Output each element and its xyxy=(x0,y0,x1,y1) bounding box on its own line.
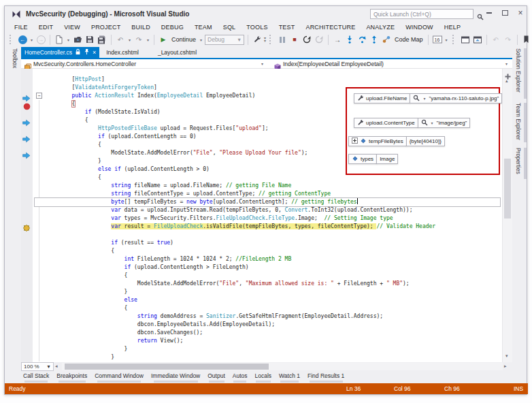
continue-icon[interactable]: ▶ xyxy=(158,34,169,45)
menu-item-edit[interactable]: EDIT xyxy=(33,24,59,31)
panel-tab-command-window[interactable]: Command Window xyxy=(95,372,144,383)
title-bar[interactable]: MvcSecurity (Debugging) - Microsoft Visu… xyxy=(5,6,527,22)
datatip[interactable]: upload.ContentType▾"image/jpeg" xyxy=(354,118,470,128)
expander-icon[interactable] xyxy=(352,138,358,145)
save-icon[interactable] xyxy=(84,34,95,45)
breakpoints-window-icon[interactable] xyxy=(460,34,471,45)
tab-homecontroller.cs[interactable]: HomeController.cs× xyxy=(21,47,99,58)
code-line[interactable]: { xyxy=(35,304,500,312)
close-button[interactable]: × xyxy=(515,7,526,18)
code-map-icon[interactable] xyxy=(381,34,392,45)
menu-item-analyze[interactable]: ANALYZE xyxy=(361,24,400,31)
zoom-level-dropdown[interactable]: 100 % ▾ xyxy=(21,362,54,371)
sidebar-tab-toolbox[interactable]: Toolbox xyxy=(12,48,18,68)
undo-icon[interactable]: ↶ xyxy=(115,34,126,45)
datatip-value-cell[interactable]: {byte[40410]} xyxy=(406,136,445,146)
chevron-down-icon[interactable]: ▾ xyxy=(29,37,34,42)
code-line[interactable]: } xyxy=(35,288,500,296)
code-line[interactable]: dbcon.SaveChanges(); xyxy=(35,329,500,337)
code-line[interactable]: if (result == true) xyxy=(35,239,500,247)
hex-display-icon[interactable]: 16 xyxy=(432,34,443,45)
code-line[interactable]: return View(); xyxy=(35,337,500,345)
code-line[interactable]: else xyxy=(35,296,500,304)
code-line[interactable]: var data = upload.InputStream.Read(tempF… xyxy=(35,206,500,214)
vertical-scroll-thumb[interactable] xyxy=(504,159,511,219)
attach-icon[interactable] xyxy=(252,34,263,45)
datatip[interactable]: typesImage xyxy=(348,154,398,164)
bookmark-icon[interactable] xyxy=(521,34,532,45)
new-file-icon[interactable] xyxy=(54,34,65,45)
code-line[interactable]: string fileName = upload.FileName; // ge… xyxy=(35,182,500,190)
menu-item-sql[interactable]: SQL xyxy=(218,24,242,31)
step-over-icon[interactable] xyxy=(356,34,367,45)
datatip[interactable]: upload.FileName▾"yamaha-rx-110-saluto-p.… xyxy=(354,93,502,103)
member-dropdown[interactable]: Index(EmployeeDetail EmployeeDetail) xyxy=(283,61,384,67)
code-line[interactable]: } xyxy=(35,353,500,361)
margin-arrow-icon[interactable] xyxy=(22,133,31,146)
chevron-down-icon[interactable]: ▾ xyxy=(430,120,435,125)
navigate-back-button[interactable]: ← xyxy=(17,34,28,45)
panel-tab-find-results-1[interactable]: Find Results 1 xyxy=(307,372,344,383)
chevron-down-icon[interactable]: ▾ xyxy=(444,37,449,42)
code-line[interactable]: [HttpPost] xyxy=(35,76,500,84)
code-line[interactable]: var result = FileUploadCheck.isValidFile… xyxy=(35,223,500,231)
chevron-down-icon[interactable]: ▾ xyxy=(146,37,150,42)
menu-item-project[interactable]: PROJECT xyxy=(86,24,126,31)
chevron-down-icon[interactable]: ▾ xyxy=(199,37,203,42)
menu-item-help[interactable]: HELP xyxy=(439,24,466,31)
datatip-value-cell[interactable]: Image xyxy=(376,154,398,164)
menu-item-build[interactable]: BUILD xyxy=(126,24,156,31)
close-tab-icon[interactable]: × xyxy=(93,49,96,56)
menu-item-tools[interactable]: TOOLS xyxy=(241,24,273,31)
code-line[interactable]: { xyxy=(35,272,500,280)
margin-arrow-icon[interactable] xyxy=(22,117,31,129)
code-line[interactable]: if (upload.ContentLength > FileLength) xyxy=(35,263,500,272)
datatip-value-cell[interactable]: ▾"yamaha-rx-110-saluto-p.jpg" xyxy=(410,93,502,103)
tab-index.cshtml[interactable]: Index.cshtml xyxy=(99,47,146,58)
code-editor[interactable]: − [HttpPost] [ValidateAntiForgeryToken] … xyxy=(21,69,502,362)
panel-tab-output[interactable]: Output xyxy=(207,372,225,383)
visualizer-magnifier-icon[interactable] xyxy=(413,95,420,103)
code-line[interactable]: string demoAddress = Sanitizer.GetSafeHt… xyxy=(35,312,500,321)
code-line[interactable]: byte[] tempFileBytes = new byte[upload.C… xyxy=(35,198,500,206)
datatip-value-cell[interactable]: ▾"image/jpeg" xyxy=(418,118,471,128)
breakpoint-icon[interactable] xyxy=(23,101,31,113)
menu-item-window[interactable]: WINDOW xyxy=(400,24,439,31)
toolbar-grip[interactable] xyxy=(269,35,273,44)
pin-icon[interactable] xyxy=(84,48,90,57)
code-line[interactable]: { xyxy=(35,247,500,255)
panel-tab-locals[interactable]: Locals xyxy=(255,372,272,383)
vertical-scrollbar[interactable]: ▴ ▾ xyxy=(502,69,512,362)
tab-_layout.cshtml[interactable]: _Layout.cshtml xyxy=(151,47,203,58)
visualizer-magnifier-icon[interactable] xyxy=(421,119,428,127)
redo-icon[interactable]: ↷ xyxy=(133,34,144,45)
code-line[interactable]: } xyxy=(35,345,500,353)
code-line[interactable]: var types = MvcSecurity.Filters.FileUplo… xyxy=(35,214,500,223)
navigate-forward-button[interactable]: → xyxy=(35,34,46,45)
scroll-right-icon[interactable]: ▸ xyxy=(504,364,507,369)
open-file-icon[interactable] xyxy=(72,34,83,45)
horizontal-scroll-thumb[interactable] xyxy=(65,364,269,370)
panel-tab-immediate-window[interactable]: Immediate Window xyxy=(151,372,200,383)
break-all-icon[interactable] xyxy=(277,34,288,45)
datatip[interactable]: tempFileBytes{byte[40410]} xyxy=(348,136,445,146)
chevron-down-icon[interactable]: ▾ xyxy=(422,96,427,101)
restore-button[interactable] xyxy=(499,7,510,18)
panel-tab-autos[interactable]: Autos xyxy=(233,372,248,383)
save-all-icon[interactable] xyxy=(97,34,107,45)
code-line[interactable]: string fileContentType = upload.ContentT… xyxy=(35,190,500,198)
horizontal-scrollbar[interactable] xyxy=(62,363,503,370)
overflow-chevron-icon[interactable]: ▾▾ xyxy=(264,37,266,42)
menu-item-view[interactable]: VIEW xyxy=(59,24,86,31)
menu-item-team[interactable]: TEAM xyxy=(189,24,218,31)
sidebar-tab-properties[interactable]: Properties xyxy=(515,148,522,174)
code-map-button[interactable]: Code Map xyxy=(395,36,423,43)
minimize-button[interactable] xyxy=(484,7,495,18)
step-out-icon[interactable] xyxy=(369,34,380,45)
menu-item-file[interactable]: FILE xyxy=(9,24,33,31)
code-line[interactable] xyxy=(35,231,500,239)
panel-tab-call-stack[interactable]: Call Stack xyxy=(23,372,49,383)
restart-icon[interactable] xyxy=(301,34,312,45)
panel-tab-breakpoints[interactable]: Breakpoints xyxy=(56,372,87,383)
panel-tab-watch-1[interactable]: Watch 1 xyxy=(279,372,300,383)
